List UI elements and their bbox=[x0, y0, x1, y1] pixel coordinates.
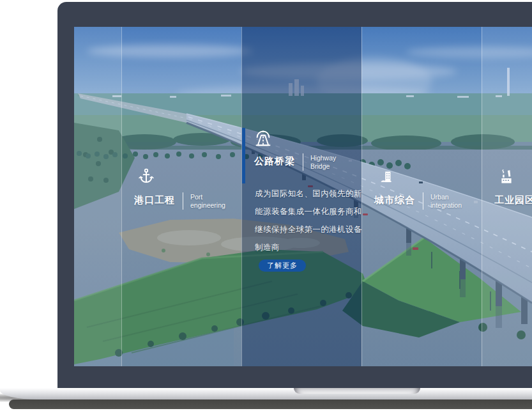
panel-title-zh: 城市综合 bbox=[374, 194, 415, 205]
panel-title-zh: 港口工程 bbox=[134, 194, 175, 205]
column-separator bbox=[241, 27, 242, 366]
laptop-base bbox=[0, 388, 532, 399]
panel-highway-bridge[interactable]: 公路桥梁 Highway Bridge 成为国际知名、国内领先的新 能源装备集成… bbox=[241, 27, 361, 366]
factory-icon bbox=[498, 167, 515, 185]
panel-industrial-park[interactable]: 工业园区 bbox=[482, 27, 532, 366]
laptop-under-shadow bbox=[9, 399, 532, 409]
highway-bridge-icon bbox=[254, 128, 273, 148]
panel-title-zh: 工业园区 bbox=[494, 194, 532, 205]
edge-strip-left bbox=[74, 27, 121, 366]
laptop-lid-notch bbox=[294, 388, 420, 394]
title-divider bbox=[423, 192, 423, 210]
panel-title-row: 城市综合 Urban integration bbox=[374, 194, 462, 210]
column-separator bbox=[482, 27, 482, 366]
anchor-icon bbox=[137, 167, 155, 185]
panel-title-en: Port engineering bbox=[190, 193, 225, 210]
panel-urban-integration[interactable]: 城市综合 Urban integration bbox=[361, 27, 482, 366]
page-background: 港口工程 Port engineering bbox=[0, 0, 532, 411]
panel-title-zh: 公路桥梁 bbox=[254, 155, 295, 166]
panel-title-row: 公路桥梁 Highway Bridge bbox=[254, 155, 336, 171]
laptop-screen: 港口工程 Port engineering bbox=[74, 27, 532, 366]
panel-description: 成为国际知名、国内领先的新 能源装备集成一体化服务商和 继续保持全球第一的港机设… bbox=[255, 185, 362, 256]
panel-title-row: 港口工程 Port engineering bbox=[134, 194, 225, 210]
active-accent-bar bbox=[242, 128, 245, 183]
panel-port-engineering[interactable]: 港口工程 Port engineering bbox=[121, 27, 241, 366]
learn-more-button[interactable]: 了解更多 bbox=[259, 260, 306, 272]
column-separator bbox=[121, 27, 122, 366]
city-icon bbox=[377, 167, 395, 185]
column-separator bbox=[361, 27, 362, 366]
panel-title-en: Urban integration bbox=[430, 193, 462, 210]
title-divider bbox=[303, 153, 303, 171]
panel-title-row: 工业园区 bbox=[494, 194, 532, 205]
panel-title-en: Highway Bridge bbox=[310, 154, 336, 171]
title-divider bbox=[183, 192, 183, 210]
